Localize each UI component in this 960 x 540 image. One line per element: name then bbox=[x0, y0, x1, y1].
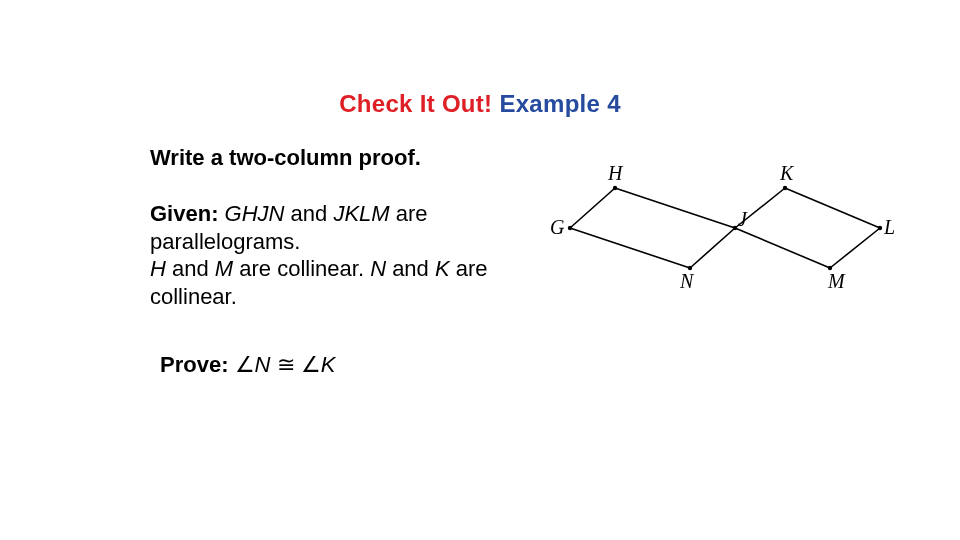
vertex-label-g: G bbox=[550, 216, 564, 239]
geometry-figure: G H J N K L M bbox=[560, 158, 900, 318]
vertex-label-k: K bbox=[780, 162, 793, 185]
given-h: H bbox=[150, 256, 166, 281]
vertex-label-m: M bbox=[828, 270, 845, 293]
given-k: K bbox=[435, 256, 450, 281]
prove-n: N bbox=[255, 352, 271, 377]
vertex-label-n: N bbox=[680, 270, 693, 293]
congruent-icon: ≅ bbox=[271, 352, 301, 377]
given-and1: and bbox=[284, 201, 333, 226]
instruction-text: Write a two-column proof. bbox=[150, 145, 421, 171]
svg-point-7 bbox=[878, 226, 882, 230]
svg-point-3 bbox=[613, 186, 617, 190]
given-block: Given: GHJN and JKLM are parallelograms.… bbox=[150, 200, 550, 310]
svg-marker-1 bbox=[735, 188, 880, 268]
slide-heading: Check It Out! Example 4 bbox=[0, 90, 960, 118]
angle-icon: ∠ bbox=[301, 352, 321, 377]
angle-icon: ∠ bbox=[235, 352, 255, 377]
svg-point-2 bbox=[568, 226, 572, 230]
vertex-label-j: J bbox=[738, 208, 747, 231]
heading-part-1: Check It Out! bbox=[339, 90, 492, 117]
svg-point-6 bbox=[783, 186, 787, 190]
vertex-label-h: H bbox=[608, 162, 622, 185]
given-ghjn: GHJN bbox=[225, 201, 285, 226]
given-jklm: JKLM bbox=[333, 201, 389, 226]
slide: Check It Out! Example 4 Write a two-colu… bbox=[0, 0, 960, 540]
prove-label: Prove: bbox=[160, 352, 228, 377]
svg-marker-0 bbox=[570, 188, 735, 268]
svg-point-4 bbox=[733, 226, 737, 230]
prove-k: K bbox=[321, 352, 336, 377]
given-label: Given: bbox=[150, 201, 218, 226]
vertex-label-l: L bbox=[884, 216, 895, 239]
given-n: N bbox=[370, 256, 386, 281]
heading-part-2: Example 4 bbox=[499, 90, 620, 117]
given-m: M bbox=[215, 256, 233, 281]
given-and2: and bbox=[166, 256, 215, 281]
given-and3: and bbox=[386, 256, 435, 281]
given-collinear1: are collinear. bbox=[233, 256, 370, 281]
prove-block: Prove: ∠N ≅ ∠K bbox=[160, 352, 335, 378]
